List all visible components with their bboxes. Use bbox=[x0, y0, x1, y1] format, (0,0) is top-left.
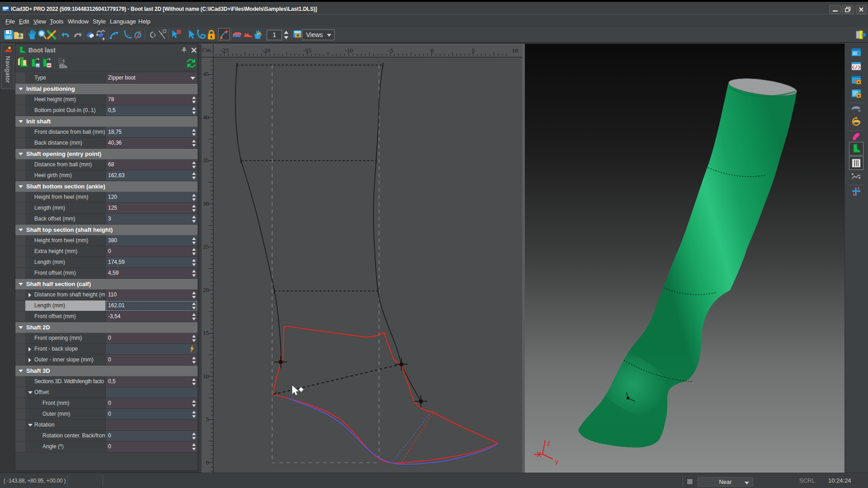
svg-text:z: z bbox=[547, 439, 551, 447]
svg-text:y: y bbox=[555, 458, 559, 465]
